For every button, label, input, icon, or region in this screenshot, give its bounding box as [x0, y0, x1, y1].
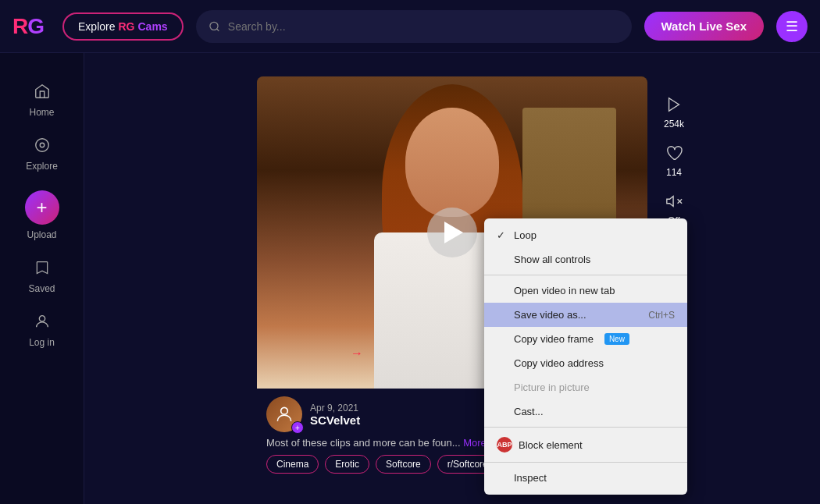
- sidebar-item-explore[interactable]: Explore: [0, 130, 84, 178]
- upload-icon: +: [25, 190, 59, 225]
- logo: RG: [12, 14, 44, 39]
- context-menu: ✓ Loop Show all controls Open video in n…: [484, 218, 687, 495]
- context-menu-block[interactable]: ABP Block element: [484, 431, 687, 459]
- plus-badge: +: [291, 421, 304, 434]
- save-as-label: Save video as...: [514, 309, 586, 321]
- logo-g: G: [27, 14, 44, 39]
- divider-1: [484, 275, 687, 275]
- sidebar-item-login[interactable]: Log in: [0, 307, 84, 354]
- copy-frame-label: Copy video frame: [514, 333, 594, 345]
- divider-3: [484, 462, 687, 463]
- abp-icon: ABP: [497, 437, 512, 453]
- search-bar: [196, 10, 632, 43]
- video-author[interactable]: SCVelvet: [310, 413, 360, 427]
- logo-r: R: [12, 14, 27, 39]
- check-icon: ✓: [497, 229, 508, 241]
- loop-label: Loop: [514, 229, 537, 241]
- svg-marker-5: [669, 98, 679, 112]
- open-tab-label: Open video in new tab: [514, 285, 615, 296]
- likes-count: 114: [666, 167, 682, 178]
- face: [405, 108, 499, 217]
- inspect-label: Inspect: [514, 472, 547, 484]
- new-badge: New: [604, 333, 629, 345]
- search-icon: [209, 20, 220, 33]
- home-icon: [34, 83, 51, 104]
- likes-control[interactable]: 114: [661, 140, 686, 178]
- avatar-wrap: +: [266, 396, 302, 432]
- context-menu-copy-frame[interactable]: Copy video frame New: [484, 327, 687, 351]
- context-menu-open-tab[interactable]: Open video in new tab: [484, 279, 687, 303]
- context-menu-loop[interactable]: ✓ Loop: [484, 223, 687, 247]
- explore-label: Explore: [78, 20, 115, 33]
- explore-cams-label: Cams: [137, 20, 167, 33]
- search-input[interactable]: [228, 20, 619, 33]
- sidebar-upload-label: Upload: [27, 229, 56, 240]
- audio-icon: [661, 189, 686, 214]
- sidebar-saved-label: Saved: [28, 283, 55, 294]
- hamburger-icon: ☰: [786, 18, 798, 35]
- sidebar-login-label: Log in: [29, 337, 55, 348]
- context-menu-inspect[interactable]: Inspect: [484, 466, 687, 490]
- show-controls-label: Show all controls: [514, 254, 590, 265]
- context-menu-cast[interactable]: Cast...: [484, 399, 687, 424]
- explore-icon: [34, 137, 51, 158]
- copy-address-label: Copy video address: [514, 357, 604, 369]
- block-label: Block element: [519, 439, 583, 451]
- heart-icon: [661, 140, 686, 165]
- play-triangle-icon: [444, 222, 463, 243]
- svg-point-4: [39, 316, 45, 321]
- tag-cinema[interactable]: Cinema: [266, 455, 319, 474]
- views-control[interactable]: 254k: [661, 92, 686, 130]
- red-arrow: →: [351, 346, 363, 360]
- sidebar-explore-label: Explore: [26, 161, 58, 172]
- svg-line-1: [216, 28, 219, 30]
- context-menu-show-controls[interactable]: Show all controls: [484, 247, 687, 272]
- play-count-icon: [661, 92, 686, 117]
- watch-live-button[interactable]: Watch Live Sex: [644, 12, 764, 41]
- main-content: 254k 114 Off: [84, 53, 820, 504]
- context-menu-copy-address[interactable]: Copy video address: [484, 351, 687, 375]
- hamburger-menu-button[interactable]: ☰: [776, 11, 808, 42]
- pip-label: Picture in picture: [514, 382, 590, 393]
- svg-point-11: [281, 407, 288, 414]
- sidebar-item-saved[interactable]: Saved: [0, 253, 84, 300]
- svg-point-2: [35, 139, 48, 152]
- svg-marker-6: [667, 197, 673, 207]
- save-as-shortcut: Ctrl+S: [648, 310, 675, 321]
- explore-rg-label: RG: [118, 20, 134, 33]
- more-link[interactable]: More: [463, 437, 487, 449]
- sidebar: Home Explore + Upload Saved: [0, 53, 84, 504]
- saved-icon: [34, 259, 50, 280]
- tag-erotic[interactable]: Erotic: [325, 455, 369, 474]
- sidebar-home-label: Home: [29, 107, 54, 118]
- user-icon: [34, 313, 51, 334]
- svg-point-0: [210, 22, 218, 30]
- context-menu-save-as[interactable]: Save video as... Ctrl+S: [484, 303, 687, 327]
- views-count: 254k: [664, 119, 684, 130]
- play-button[interactable]: [427, 208, 477, 257]
- header: RG Explore RG Cams Watch Live Sex ☰: [0, 0, 820, 53]
- sidebar-item-upload[interactable]: + Upload: [0, 184, 84, 247]
- sidebar-item-home[interactable]: Home: [0, 76, 84, 124]
- tag-softcore[interactable]: Softcore: [376, 455, 431, 474]
- video-date: Apr 9, 2021: [310, 403, 360, 413]
- context-menu-pip: Picture in picture: [484, 375, 687, 399]
- cast-label: Cast...: [514, 406, 544, 417]
- divider-2: [484, 427, 687, 428]
- video-title-info: Apr 9, 2021 SCVelvet: [310, 403, 360, 427]
- svg-point-3: [40, 143, 45, 147]
- explore-cams-button[interactable]: Explore RG Cams: [62, 12, 184, 41]
